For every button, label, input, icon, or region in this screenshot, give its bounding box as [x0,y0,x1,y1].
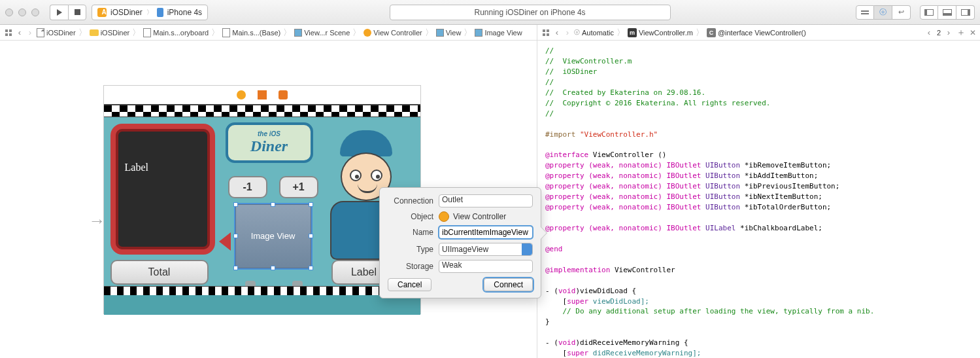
status-text: Running iOSDiner on iPhone 4s [474,8,585,17]
folder-icon [90,29,99,36]
jump-bar-left: ‹ › iOSDiner 〉 iOSDiner 〉 Main.s...orybo… [0,25,537,40]
exit-icon[interactable] [279,90,288,99]
minimize-window[interactable] [18,9,26,16]
current-item-imageview[interactable]: Image View [235,204,312,269]
version-editor-button[interactable]: ↩ [892,5,911,20]
connect-button[interactable]: Connect [484,278,533,291]
left-panel-icon [924,9,934,16]
counter-value: 2 [937,29,941,37]
right-panel-icon [961,9,970,16]
breadcrumb-scene[interactable]: View...r Scene [294,29,350,37]
checker-top-decoration [104,104,420,117]
remove-item-button[interactable]: -1 [228,176,267,198]
content-area: → Label the iOS Diner -1 [0,41,980,358]
object-value: View Controller [453,212,506,221]
connection-label: Connection [388,196,433,206]
file-icon [222,28,230,37]
app-icon [97,8,107,17]
resize-handle[interactable] [233,266,238,270]
name-label: Name [388,228,433,237]
device-icon [157,8,163,17]
assistant-editor-button[interactable]: ⦾ [874,5,892,20]
stop-button[interactable] [68,5,86,20]
assistant-mode[interactable]: ⦾Automatic [574,28,614,37]
assistant-symbol[interactable]: C@interface ViewController() [707,28,806,37]
resize-handle[interactable] [309,266,313,270]
interface-builder-canvas[interactable]: → Label the iOS Diner -1 [0,41,537,358]
rings-icon: ⦾ [574,28,580,37]
previous-item-button[interactable] [219,232,231,251]
add-assistant-button[interactable]: ＋ [956,27,966,39]
breadcrumb-viewcontroller[interactable]: View Controller [363,29,422,37]
jump-bar-right: ‹ › ⦾Automatic 〉 mViewController.m 〉 C@i… [537,25,980,40]
jump-bar-row: ‹ › iOSDiner 〉 iOSDiner 〉 Main.s...orybo… [0,25,980,41]
chalkboard-label[interactable]: Label [125,162,148,173]
storage-label: Storage [388,262,433,271]
assistant-code-editor[interactable]: // // ViewController.m // iOSDiner // //… [537,41,980,358]
toggle-debug-button[interactable] [938,5,956,20]
scene-dock [104,86,420,104]
lines-icon [861,10,869,14]
breadcrumb-storyboard[interactable]: Main.s...oryboard [143,28,209,37]
resize-handle[interactable] [233,202,238,207]
storage-select[interactable]: Weak [439,260,533,273]
arrows-icon: ↩ [898,8,904,16]
type-select[interactable]: UIImageView [439,243,533,256]
view-icon [436,29,444,37]
close-assistant-button[interactable]: ✕ [970,28,976,37]
breadcrumb-view[interactable]: View [436,29,462,37]
resize-handle[interactable] [309,234,313,238]
root-view[interactable]: Label the iOS Diner -1 +1 Image View [104,104,420,315]
toggle-inspector-button[interactable] [956,5,975,20]
zoom-window[interactable] [31,9,39,16]
editor-mode-segment: ⦾ ↩ [856,5,911,20]
related-items-icon[interactable] [4,28,13,37]
standard-editor-button[interactable] [856,5,874,20]
related-items-icon[interactable] [541,28,550,37]
object-label: Object [388,212,433,221]
m-file-icon: m [628,28,637,37]
toggle-navigator-button[interactable] [920,5,938,20]
breadcrumb-project[interactable]: iOSDiner [37,28,76,37]
forward-button[interactable]: › [26,29,34,37]
scheme-selector[interactable]: iOSDiner 〉 iPhone 4s [92,5,208,20]
counter-forward[interactable]: › [945,29,953,37]
breadcrumb-folder[interactable]: iOSDiner [90,29,130,37]
first-responder-icon[interactable] [258,90,267,99]
vc-icon [439,211,449,222]
cancel-button[interactable]: Cancel [388,278,431,291]
scene-frame: Label the iOS Diner -1 +1 Image View [103,85,421,314]
name-input[interactable] [439,226,533,239]
counter-back[interactable]: ‹ [925,29,933,37]
diner-sign: the iOS Diner [226,122,313,163]
source-code[interactable]: // // ViewController.m // iOSDiner // //… [545,46,972,358]
connection-select[interactable]: Outlet [439,194,533,207]
sign-small-text: the iOS [258,130,280,137]
panel-toggle-segment [920,5,975,20]
chevron-icon: 〉 [146,8,153,17]
back-button[interactable]: ‹ [16,29,24,37]
breadcrumb-imageview[interactable]: Image View [475,29,522,37]
resize-handle[interactable] [271,266,275,270]
imageview-icon [475,29,482,37]
total-order-button[interactable]: Total [110,260,209,285]
toolbar: iOSDiner 〉 iPhone 4s Running iOSDiner on… [0,0,980,25]
back-button[interactable]: ‹ [553,29,561,37]
vc-dock-icon[interactable] [237,90,246,99]
close-window[interactable] [5,9,13,16]
activity-status: Running iOSDiner on iPhone 4s [390,5,671,20]
breadcrumb-base[interactable]: Main.s...(Base) [222,28,280,37]
resize-handle[interactable] [271,202,275,207]
add-item-button[interactable]: +1 [279,176,318,198]
chalkboard-view[interactable]: Label [110,124,215,255]
forward-button[interactable]: › [564,29,571,37]
outlet-connection-popover: Connection Outlet Object View Controller… [379,187,541,298]
project-icon [37,28,44,37]
imageview-placeholder-label: Image View [251,231,296,241]
bottom-panel-icon [943,9,952,16]
floor-decoration [104,295,420,315]
assistant-file[interactable]: mViewController.m [628,28,693,37]
run-button[interactable] [50,5,68,20]
resize-handle[interactable] [233,234,238,238]
resize-handle[interactable] [309,202,313,207]
